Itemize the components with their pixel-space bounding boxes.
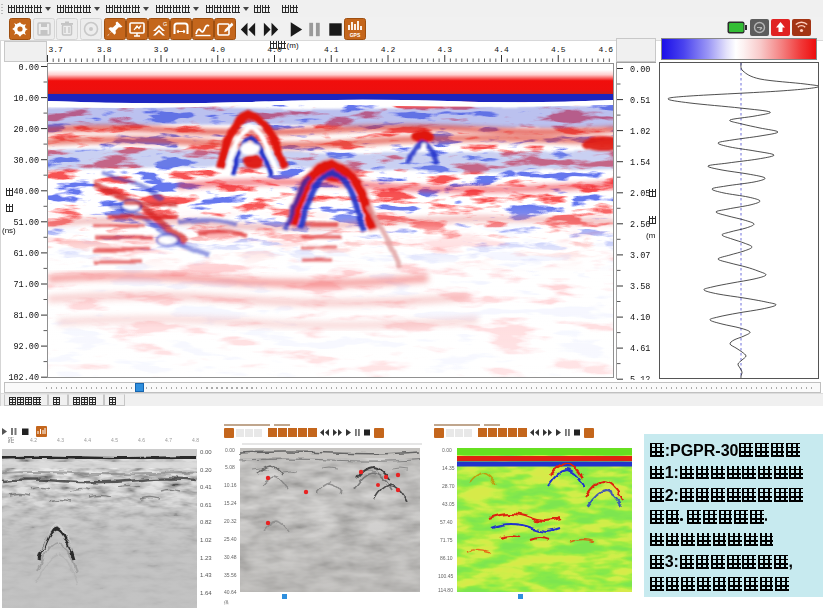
svg-text:3.7: 3.7 — [49, 45, 64, 54]
svg-text:10.16: 10.16 — [224, 482, 237, 488]
svg-text:5.08: 5.08 — [225, 464, 235, 470]
svg-text:61.00: 61.00 — [13, 249, 39, 259]
svg-text:G: G — [163, 21, 167, 27]
svg-text:5.12: 5.12 — [630, 375, 650, 380]
svg-text:40.64: 40.64 — [224, 589, 237, 595]
svg-text:57.40: 57.40 — [440, 519, 453, 525]
svg-text:4.10: 4.10 — [630, 313, 650, 323]
svg-text:15.24: 15.24 — [224, 500, 237, 506]
svg-text:GPS: GPS — [350, 32, 361, 38]
svg-text:71.75: 71.75 — [440, 537, 453, 543]
svg-text:4.4: 4.4 — [494, 45, 509, 54]
svg-text:0.00: 0.00 — [19, 63, 39, 73]
svg-text:1.54: 1.54 — [630, 158, 650, 168]
svg-text:92.00: 92.00 — [13, 342, 39, 352]
svg-text:0.51: 0.51 — [630, 96, 650, 106]
svg-text:1.02: 1.02 — [630, 127, 650, 137]
svg-text:20.00: 20.00 — [13, 125, 39, 135]
svg-text:保: 保 — [223, 599, 229, 605]
svg-text:3.58: 3.58 — [630, 282, 650, 292]
svg-text:86.10: 86.10 — [440, 555, 453, 561]
svg-text:4.3: 4.3 — [438, 45, 453, 54]
svg-text:4.1: 4.1 — [324, 45, 339, 54]
svg-text:3.8: 3.8 — [97, 45, 112, 54]
svg-text:35.56: 35.56 — [224, 572, 237, 578]
svg-text:20.32: 20.32 — [224, 518, 237, 524]
svg-text:4.0: 4.0 — [211, 45, 226, 54]
svg-text:4.5: 4.5 — [551, 45, 566, 54]
svg-text:28.70: 28.70 — [442, 483, 455, 489]
svg-text:114.80: 114.80 — [438, 587, 453, 593]
svg-text:51.00: 51.00 — [13, 218, 39, 228]
svg-text:81.00: 81.00 — [13, 311, 39, 321]
svg-text:3.07: 3.07 — [630, 251, 650, 261]
svg-text:43.05: 43.05 — [442, 501, 455, 507]
svg-text:0.00: 0.00 — [442, 447, 452, 453]
svg-text:30.00: 30.00 — [13, 156, 39, 166]
svg-text:14.35: 14.35 — [442, 465, 455, 471]
svg-text:3.9: 3.9 — [154, 45, 169, 54]
svg-text:30.48: 30.48 — [224, 554, 237, 560]
svg-text:71.00: 71.00 — [13, 280, 39, 290]
svg-text:10.00: 10.00 — [13, 94, 39, 104]
svg-text:4.2: 4.2 — [381, 45, 396, 54]
svg-text:距: 距 — [8, 436, 14, 443]
svg-text:0.00: 0.00 — [225, 447, 235, 453]
svg-text:100.45: 100.45 — [438, 573, 454, 579]
svg-text:25.40: 25.40 — [224, 536, 237, 542]
svg-text:40.00: 40.00 — [13, 187, 39, 197]
svg-text:4.61: 4.61 — [630, 344, 650, 354]
svg-text:0.00: 0.00 — [630, 65, 650, 75]
svg-text:4.6: 4.6 — [599, 45, 614, 54]
